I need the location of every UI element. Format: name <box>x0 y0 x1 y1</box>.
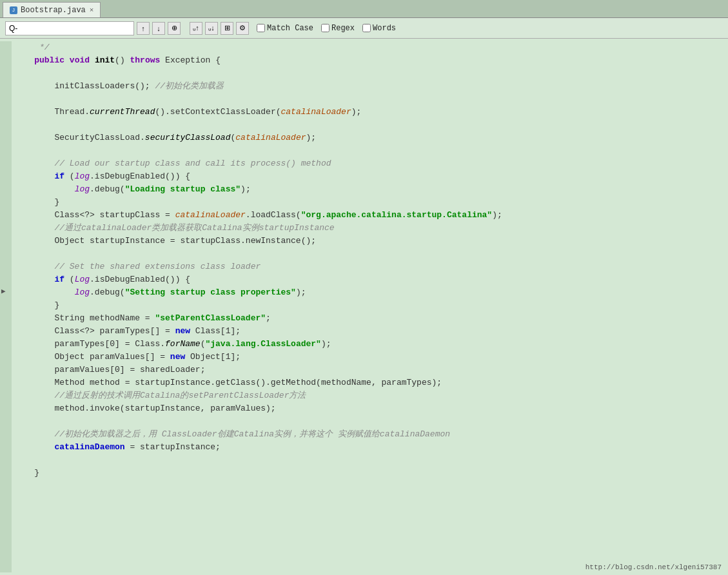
code-line: } <box>12 299 728 312</box>
code-line: SecurityClassLoad.securityClassLoad(cata… <box>12 132 728 144</box>
words-text: Words <box>373 24 396 33</box>
code-line: if (Log.isDebugEnabled()) { <box>12 273 728 286</box>
collapse-arrow[interactable]: ▶ <box>1 287 6 295</box>
code-line <box>12 415 728 428</box>
code-line: } <box>12 467 728 480</box>
words-label[interactable]: Words <box>362 24 396 33</box>
words-checkbox[interactable] <box>362 24 371 32</box>
code-line: Thread.currentThread().setContextClassLo… <box>12 106 728 119</box>
find-wrap-down-button[interactable]: ᵤ↓ <box>205 22 218 35</box>
code-line <box>12 454 728 467</box>
code-line: //通过反射的技术调用Catalina的setParentClassLoader… <box>12 389 728 402</box>
code-line: initClassLoaders(); //初始化类加载器 <box>12 80 728 93</box>
search-input[interactable] <box>5 21 134 35</box>
code-editor[interactable]: ▶ */ public void init() throws Exception… <box>0 39 728 575</box>
regex-label[interactable]: Regex <box>321 24 355 33</box>
code-line: Method method = startupInstance.getClass… <box>12 376 728 389</box>
code-line: Object startupInstance = startupClass.ne… <box>12 235 728 248</box>
tab-bar: J Bootstrap.java × <box>0 0 728 18</box>
code-line: //初始化类加载器之后，用 ClassLoader创建Catalina实例，并将… <box>12 428 728 441</box>
code-line: log.debug("Loading startup class"); <box>12 183 728 196</box>
editor-gutter-bar: ▶ <box>0 41 12 572</box>
code-line: // Set the shared extensions class loade… <box>12 260 728 273</box>
code-line: log.debug("Setting startup class propert… <box>12 286 728 299</box>
find-prev-button[interactable]: ↑ <box>137 22 150 35</box>
code-line: Class<?> paramTypes[] = new Class[1]; <box>12 325 728 338</box>
code-line: method.invoke(startupInstance, paramValu… <box>12 402 728 415</box>
find-settings-button[interactable]: ⚙ <box>236 22 249 35</box>
find-scope-button[interactable]: ⊕ <box>168 22 181 35</box>
code-line: String methodName = "setParentClassLoade… <box>12 312 728 325</box>
match-case-label[interactable]: Match Case <box>257 24 313 33</box>
match-case-checkbox[interactable] <box>257 24 265 32</box>
tab-bootstrap[interactable]: J Bootstrap.java × <box>3 2 101 17</box>
code-line: } <box>12 196 728 209</box>
find-wrap-up-button[interactable]: ᵤ↑ <box>190 22 202 35</box>
find-options: Match Case Regex Words <box>257 24 396 33</box>
code-line: catalinaDaemon = startupInstance; <box>12 441 728 454</box>
code-line: if (log.isDebugEnabled()) { <box>12 170 728 183</box>
match-case-text: Match Case <box>267 24 313 33</box>
code-line: */ <box>12 41 728 54</box>
code-content: */ public void init() throws Exception {… <box>0 41 728 480</box>
find-multi-button[interactable]: ⊞ <box>221 22 233 35</box>
find-next-button[interactable]: ↓ <box>152 22 165 35</box>
tab-close-button[interactable]: × <box>90 6 94 14</box>
code-line: paramValues[0] = sharedLoader; <box>12 364 728 376</box>
code-line <box>12 144 728 157</box>
code-line: // Load our startup class and call its p… <box>12 157 728 170</box>
code-line: Class<?> startupClass = catalinaLoader.l… <box>12 209 728 222</box>
find-bar: ↑ ↓ ⊕ ᵤ↑ ᵤ↓ ⊞ ⚙ Match Case Regex Words <box>0 18 728 39</box>
tab-icon: J <box>10 6 17 14</box>
code-line <box>12 93 728 106</box>
code-line: Object paramValues[] = new Object[1]; <box>12 351 728 364</box>
code-line <box>12 67 728 80</box>
code-line <box>12 119 728 132</box>
status-url: http://blog.csdn.net/xlgeni57387 <box>585 563 722 571</box>
code-line: public void init() throws Exception { <box>12 54 728 67</box>
code-line <box>12 248 728 260</box>
code-line: //通过catalinaLoader类加载器获取Catalina实例startu… <box>12 222 728 235</box>
code-line: paramTypes[0] = Class.forName("java.lang… <box>12 338 728 351</box>
tab-label: Bootstrap.java <box>21 6 86 15</box>
regex-text: Regex <box>331 24 355 33</box>
regex-checkbox[interactable] <box>321 24 330 32</box>
